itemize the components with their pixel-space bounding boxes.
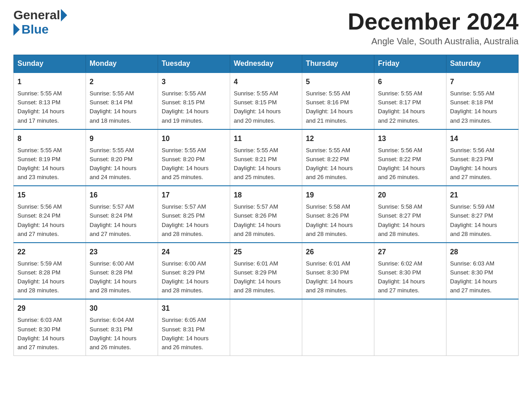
day-number: 4 <box>234 77 298 87</box>
day-number: 1 <box>17 77 82 87</box>
day-number: 8 <box>17 133 82 144</box>
day-info: Sunrise: 5:56 AMSunset: 8:22 PMDaylight:… <box>378 146 442 182</box>
day-info: Sunrise: 5:55 AMSunset: 8:20 PMDaylight:… <box>162 146 226 182</box>
calendar-header-row: SundayMondayTuesdayWednesdayThursdayFrid… <box>14 55 519 73</box>
day-number: 25 <box>234 247 298 257</box>
page-header: General Blue December 2024 Angle Vale, S… <box>13 9 519 47</box>
day-cell: 30Sunrise: 6:04 AMSunset: 8:31 PMDayligh… <box>86 299 158 355</box>
header-monday: Monday <box>86 55 158 73</box>
day-number: 16 <box>90 190 154 201</box>
day-info: Sunrise: 5:58 AMSunset: 8:26 PMDaylight:… <box>306 202 370 239</box>
day-info: Sunrise: 5:59 AMSunset: 8:27 PMDaylight:… <box>450 202 515 239</box>
day-info: Sunrise: 5:57 AMSunset: 8:26 PMDaylight:… <box>234 202 298 239</box>
day-number: 29 <box>17 303 82 314</box>
logo: General Blue <box>13 9 68 37</box>
day-info: Sunrise: 5:55 AMSunset: 8:20 PMDaylight:… <box>90 146 154 182</box>
week-row-2: 8Sunrise: 5:55 AMSunset: 8:19 PMDaylight… <box>14 129 519 186</box>
day-info: Sunrise: 6:02 AMSunset: 8:30 PMDaylight:… <box>378 259 442 295</box>
day-cell: 8Sunrise: 5:55 AMSunset: 8:19 PMDaylight… <box>14 129 86 186</box>
day-number: 13 <box>378 133 442 144</box>
day-info: Sunrise: 5:55 AMSunset: 8:19 PMDaylight:… <box>17 146 82 182</box>
day-number: 22 <box>17 247 82 257</box>
logo-arrow2-icon <box>13 23 20 36</box>
week-row-1: 1Sunrise: 5:55 AMSunset: 8:13 PMDaylight… <box>14 73 519 129</box>
day-cell: 14Sunrise: 5:56 AMSunset: 8:23 PMDayligh… <box>446 129 519 186</box>
day-number: 3 <box>162 77 226 87</box>
day-info: Sunrise: 6:04 AMSunset: 8:31 PMDaylight:… <box>90 316 154 352</box>
day-info: Sunrise: 5:55 AMSunset: 8:14 PMDaylight:… <box>90 89 154 125</box>
day-info: Sunrise: 5:55 AMSunset: 8:13 PMDaylight:… <box>17 89 82 125</box>
day-info: Sunrise: 6:03 AMSunset: 8:30 PMDaylight:… <box>17 316 82 352</box>
logo-blue: Blue <box>21 22 49 37</box>
day-number: 15 <box>17 190 82 201</box>
day-number: 23 <box>90 247 154 257</box>
day-cell: 31Sunrise: 6:05 AMSunset: 8:31 PMDayligh… <box>158 299 230 355</box>
day-number: 11 <box>234 133 298 144</box>
header-saturday: Saturday <box>446 55 519 73</box>
day-cell: 16Sunrise: 5:57 AMSunset: 8:24 PMDayligh… <box>86 186 158 243</box>
day-cell <box>446 299 519 355</box>
day-cell: 22Sunrise: 5:59 AMSunset: 8:28 PMDayligh… <box>14 243 86 300</box>
header-friday: Friday <box>374 55 446 73</box>
day-cell: 18Sunrise: 5:57 AMSunset: 8:26 PMDayligh… <box>230 186 302 243</box>
day-number: 28 <box>450 247 515 257</box>
day-number: 26 <box>306 247 370 257</box>
day-cell: 17Sunrise: 5:57 AMSunset: 8:25 PMDayligh… <box>158 186 230 243</box>
week-row-3: 15Sunrise: 5:56 AMSunset: 8:24 PMDayligh… <box>14 186 519 243</box>
day-cell: 24Sunrise: 6:00 AMSunset: 8:29 PMDayligh… <box>158 243 230 300</box>
day-number: 19 <box>306 190 370 201</box>
day-info: Sunrise: 5:55 AMSunset: 8:21 PMDaylight:… <box>234 146 298 182</box>
day-cell: 7Sunrise: 5:55 AMSunset: 8:18 PMDaylight… <box>446 73 519 129</box>
day-info: Sunrise: 5:55 AMSunset: 8:17 PMDaylight:… <box>378 89 442 125</box>
day-number: 27 <box>378 247 442 257</box>
day-cell <box>230 299 302 355</box>
logo-general: General <box>13 9 60 21</box>
day-number: 12 <box>306 133 370 144</box>
day-cell: 27Sunrise: 6:02 AMSunset: 8:30 PMDayligh… <box>374 243 446 300</box>
day-cell: 26Sunrise: 6:01 AMSunset: 8:30 PMDayligh… <box>302 243 374 300</box>
day-number: 9 <box>90 133 154 144</box>
day-cell: 11Sunrise: 5:55 AMSunset: 8:21 PMDayligh… <box>230 129 302 186</box>
day-cell: 3Sunrise: 5:55 AMSunset: 8:15 PMDaylight… <box>158 73 230 129</box>
day-number: 21 <box>450 190 515 201</box>
title-section: December 2024 Angle Vale, South Australi… <box>348 9 519 47</box>
day-cell: 28Sunrise: 6:03 AMSunset: 8:30 PMDayligh… <box>446 243 519 300</box>
location-subtitle: Angle Vale, South Australia, Australia <box>348 36 519 47</box>
day-number: 18 <box>234 190 298 201</box>
day-cell: 1Sunrise: 5:55 AMSunset: 8:13 PMDaylight… <box>14 73 86 129</box>
day-info: Sunrise: 5:59 AMSunset: 8:28 PMDaylight:… <box>17 259 82 295</box>
day-number: 2 <box>90 77 154 87</box>
day-number: 7 <box>450 77 515 87</box>
day-cell: 9Sunrise: 5:55 AMSunset: 8:20 PMDaylight… <box>86 129 158 186</box>
day-info: Sunrise: 5:58 AMSunset: 8:27 PMDaylight:… <box>378 202 442 239</box>
day-info: Sunrise: 5:56 AMSunset: 8:24 PMDaylight:… <box>17 202 82 239</box>
day-number: 31 <box>162 303 226 314</box>
day-number: 30 <box>90 303 154 314</box>
day-cell: 21Sunrise: 5:59 AMSunset: 8:27 PMDayligh… <box>446 186 519 243</box>
day-number: 10 <box>162 133 226 144</box>
day-number: 14 <box>450 133 515 144</box>
day-cell <box>302 299 374 355</box>
day-cell: 19Sunrise: 5:58 AMSunset: 8:26 PMDayligh… <box>302 186 374 243</box>
month-title: December 2024 <box>348 9 519 34</box>
day-cell: 23Sunrise: 6:00 AMSunset: 8:28 PMDayligh… <box>86 243 158 300</box>
day-number: 5 <box>306 77 370 87</box>
week-row-5: 29Sunrise: 6:03 AMSunset: 8:30 PMDayligh… <box>14 299 519 355</box>
day-cell: 4Sunrise: 5:55 AMSunset: 8:15 PMDaylight… <box>230 73 302 129</box>
day-cell: 5Sunrise: 5:55 AMSunset: 8:16 PMDaylight… <box>302 73 374 129</box>
day-info: Sunrise: 5:56 AMSunset: 8:23 PMDaylight:… <box>450 146 515 182</box>
day-cell <box>374 299 446 355</box>
day-cell: 2Sunrise: 5:55 AMSunset: 8:14 PMDaylight… <box>86 73 158 129</box>
day-cell: 6Sunrise: 5:55 AMSunset: 8:17 PMDaylight… <box>374 73 446 129</box>
day-info: Sunrise: 5:55 AMSunset: 8:15 PMDaylight:… <box>162 89 226 125</box>
logo-arrow-icon <box>61 9 67 21</box>
day-cell: 20Sunrise: 5:58 AMSunset: 8:27 PMDayligh… <box>374 186 446 243</box>
day-info: Sunrise: 5:55 AMSunset: 8:18 PMDaylight:… <box>450 89 515 125</box>
day-info: Sunrise: 6:01 AMSunset: 8:30 PMDaylight:… <box>306 259 370 295</box>
day-number: 17 <box>162 190 226 201</box>
day-number: 24 <box>162 247 226 257</box>
header-tuesday: Tuesday <box>158 55 230 73</box>
day-info: Sunrise: 6:00 AMSunset: 8:29 PMDaylight:… <box>162 259 226 295</box>
day-info: Sunrise: 6:01 AMSunset: 8:29 PMDaylight:… <box>234 259 298 295</box>
day-info: Sunrise: 6:05 AMSunset: 8:31 PMDaylight:… <box>162 316 226 352</box>
